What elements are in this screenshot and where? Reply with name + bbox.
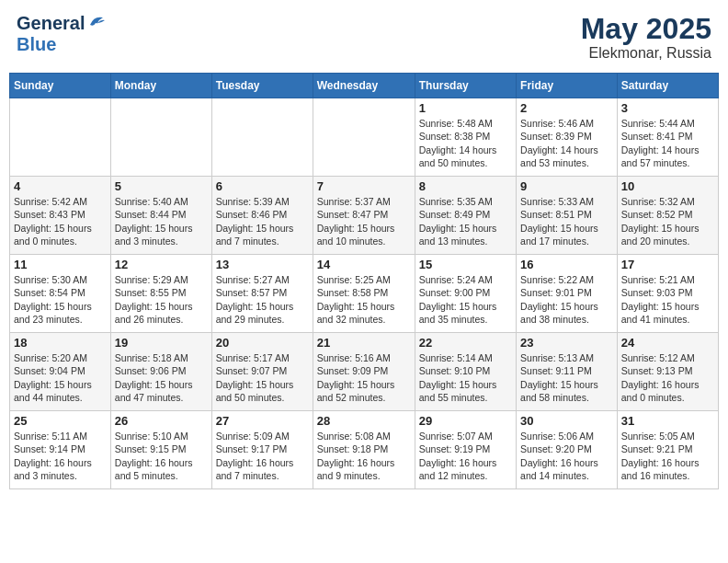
day-info: Sunrise: 5:33 AM Sunset: 8:51 PM Dayligh…: [520, 195, 613, 247]
day-info: Sunrise: 5:11 AM Sunset: 9:14 PM Dayligh…: [14, 430, 107, 482]
calendar-cell: [10, 98, 111, 177]
col-header-friday: Friday: [517, 74, 618, 98]
calendar-cell: 6Sunrise: 5:39 AM Sunset: 8:46 PM Daylig…: [211, 177, 313, 255]
day-info: Sunrise: 5:39 AM Sunset: 8:46 PM Dayligh…: [216, 195, 309, 247]
day-number: 6: [216, 179, 309, 193]
day-number: 10: [621, 179, 714, 193]
day-info: Sunrise: 5:09 AM Sunset: 9:17 PM Dayligh…: [216, 430, 309, 482]
day-number: 8: [419, 179, 512, 193]
day-number: 28: [317, 414, 411, 428]
calendar-header-row: SundayMondayTuesdayWednesdayThursdayFrid…: [10, 74, 719, 98]
title-block: May 2025 Elekmonar, Russia: [581, 13, 711, 62]
calendar-cell: 8Sunrise: 5:35 AM Sunset: 8:49 PM Daylig…: [415, 177, 516, 255]
day-info: Sunrise: 5:24 AM Sunset: 9:00 PM Dayligh…: [419, 273, 512, 326]
day-info: Sunrise: 5:06 AM Sunset: 9:20 PM Dayligh…: [520, 430, 613, 482]
calendar-week-row: 4Sunrise: 5:42 AM Sunset: 8:43 PM Daylig…: [10, 177, 719, 255]
day-number: 1: [419, 101, 512, 115]
day-info: Sunrise: 5:10 AM Sunset: 9:15 PM Dayligh…: [115, 430, 208, 482]
day-info: Sunrise: 5:35 AM Sunset: 8:49 PM Dayligh…: [419, 195, 512, 247]
day-number: 4: [14, 179, 107, 193]
col-header-saturday: Saturday: [617, 74, 718, 98]
calendar-cell: 14Sunrise: 5:25 AM Sunset: 8:58 PM Dayli…: [313, 255, 415, 333]
day-number: 30: [520, 414, 613, 428]
calendar-cell: 23Sunrise: 5:13 AM Sunset: 9:11 PM Dayli…: [517, 333, 618, 411]
day-number: 29: [419, 414, 512, 428]
day-info: Sunrise: 5:14 AM Sunset: 9:10 PM Dayligh…: [419, 351, 512, 404]
logo-general: General: [17, 13, 85, 34]
col-header-thursday: Thursday: [415, 74, 516, 98]
calendar-cell: 24Sunrise: 5:12 AM Sunset: 9:13 PM Dayli…: [617, 333, 718, 411]
calendar-cell: 9Sunrise: 5:33 AM Sunset: 8:51 PM Daylig…: [517, 177, 618, 255]
calendar-cell: 27Sunrise: 5:09 AM Sunset: 9:17 PM Dayli…: [211, 411, 313, 489]
day-info: Sunrise: 5:42 AM Sunset: 8:43 PM Dayligh…: [14, 195, 107, 247]
day-number: 13: [216, 258, 309, 271]
day-number: 17: [621, 258, 714, 271]
calendar-cell: 25Sunrise: 5:11 AM Sunset: 9:14 PM Dayli…: [10, 411, 111, 489]
day-info: Sunrise: 5:44 AM Sunset: 8:41 PM Dayligh…: [621, 117, 714, 169]
calendar-cell: 13Sunrise: 5:27 AM Sunset: 8:57 PM Dayli…: [211, 255, 313, 333]
location-title: Elekmonar, Russia: [581, 45, 711, 62]
day-number: 27: [216, 414, 309, 428]
day-number: 11: [14, 258, 107, 271]
calendar-cell: 2Sunrise: 5:46 AM Sunset: 8:39 PM Daylig…: [517, 98, 618, 177]
calendar-cell: [110, 98, 211, 177]
day-number: 24: [621, 336, 714, 350]
calendar-cell: 10Sunrise: 5:32 AM Sunset: 8:52 PM Dayli…: [617, 177, 718, 255]
day-number: 23: [520, 336, 613, 350]
day-number: 16: [520, 258, 613, 271]
calendar-cell: 4Sunrise: 5:42 AM Sunset: 8:43 PM Daylig…: [10, 177, 111, 255]
calendar-cell: 29Sunrise: 5:07 AM Sunset: 9:19 PM Dayli…: [415, 411, 516, 489]
day-info: Sunrise: 5:20 AM Sunset: 9:04 PM Dayligh…: [14, 351, 107, 404]
day-number: 9: [520, 179, 613, 193]
calendar-cell: 7Sunrise: 5:37 AM Sunset: 8:47 PM Daylig…: [313, 177, 415, 255]
day-info: Sunrise: 5:37 AM Sunset: 8:47 PM Dayligh…: [317, 195, 411, 247]
day-number: 19: [115, 336, 208, 350]
calendar-cell: 17Sunrise: 5:21 AM Sunset: 9:03 PM Dayli…: [617, 255, 718, 333]
day-info: Sunrise: 5:18 AM Sunset: 9:06 PM Dayligh…: [115, 351, 208, 404]
day-number: 5: [115, 179, 208, 193]
day-info: Sunrise: 5:48 AM Sunset: 8:38 PM Dayligh…: [419, 117, 512, 169]
day-info: Sunrise: 5:07 AM Sunset: 9:19 PM Dayligh…: [419, 430, 512, 482]
calendar-cell: 20Sunrise: 5:17 AM Sunset: 9:07 PM Dayli…: [211, 333, 313, 411]
calendar-cell: 11Sunrise: 5:30 AM Sunset: 8:54 PM Dayli…: [10, 255, 111, 333]
calendar-cell: 12Sunrise: 5:29 AM Sunset: 8:55 PM Dayli…: [110, 255, 211, 333]
col-header-tuesday: Tuesday: [211, 74, 313, 98]
calendar-cell: 3Sunrise: 5:44 AM Sunset: 8:41 PM Daylig…: [617, 98, 718, 177]
calendar-week-row: 18Sunrise: 5:20 AM Sunset: 9:04 PM Dayli…: [10, 333, 719, 411]
day-number: 12: [115, 258, 208, 271]
logo: General Blue: [17, 13, 107, 55]
day-number: 3: [621, 101, 714, 115]
day-info: Sunrise: 5:40 AM Sunset: 8:44 PM Dayligh…: [115, 195, 208, 247]
day-info: Sunrise: 5:21 AM Sunset: 9:03 PM Dayligh…: [621, 273, 714, 326]
calendar-cell: [211, 98, 313, 177]
calendar-cell: 31Sunrise: 5:05 AM Sunset: 9:21 PM Dayli…: [617, 411, 718, 489]
day-number: 2: [520, 101, 613, 115]
calendar-table: SundayMondayTuesdayWednesdayThursdayFrid…: [9, 73, 719, 489]
day-info: Sunrise: 5:30 AM Sunset: 8:54 PM Dayligh…: [14, 273, 107, 326]
month-title: May 2025: [581, 13, 711, 45]
calendar-cell: 28Sunrise: 5:08 AM Sunset: 9:18 PM Dayli…: [313, 411, 415, 489]
day-number: 26: [115, 414, 208, 428]
day-info: Sunrise: 5:32 AM Sunset: 8:52 PM Dayligh…: [621, 195, 714, 247]
calendar-cell: 21Sunrise: 5:16 AM Sunset: 9:09 PM Dayli…: [313, 333, 415, 411]
calendar-cell: 5Sunrise: 5:40 AM Sunset: 8:44 PM Daylig…: [110, 177, 211, 255]
calendar-cell: [313, 98, 415, 177]
logo-bird-icon: [86, 12, 107, 32]
day-number: 15: [419, 258, 512, 271]
day-number: 20: [216, 336, 309, 350]
day-number: 31: [621, 414, 714, 428]
calendar-week-row: 1Sunrise: 5:48 AM Sunset: 8:38 PM Daylig…: [10, 98, 719, 177]
day-number: 25: [14, 414, 107, 428]
col-header-wednesday: Wednesday: [313, 74, 415, 98]
calendar-cell: 22Sunrise: 5:14 AM Sunset: 9:10 PM Dayli…: [415, 333, 516, 411]
calendar-week-row: 11Sunrise: 5:30 AM Sunset: 8:54 PM Dayli…: [10, 255, 719, 333]
day-number: 7: [317, 179, 411, 193]
day-number: 18: [14, 336, 107, 350]
day-number: 21: [317, 336, 411, 350]
day-info: Sunrise: 5:29 AM Sunset: 8:55 PM Dayligh…: [115, 273, 208, 326]
day-number: 14: [317, 258, 411, 271]
page-header: General Blue May 2025 Elekmonar, Russia: [9, 9, 719, 65]
calendar-cell: 18Sunrise: 5:20 AM Sunset: 9:04 PM Dayli…: [10, 333, 111, 411]
day-info: Sunrise: 5:17 AM Sunset: 9:07 PM Dayligh…: [216, 351, 309, 404]
calendar-cell: 1Sunrise: 5:48 AM Sunset: 8:38 PM Daylig…: [415, 98, 516, 177]
